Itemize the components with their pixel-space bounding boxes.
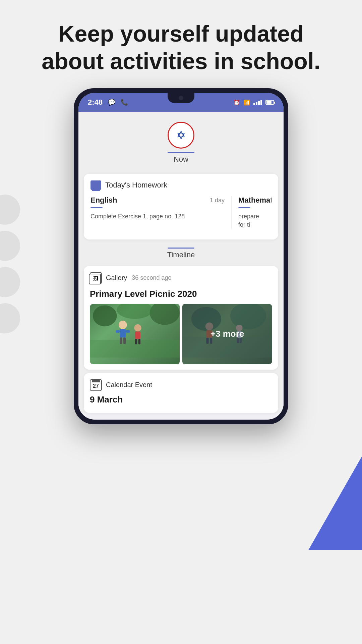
svg-point-10 — [134, 324, 141, 331]
timeline-tab-label: Timeline — [167, 251, 195, 261]
svg-rect-11 — [135, 331, 140, 339]
gallery-type: Gallery — [106, 274, 127, 282]
app-content: Now Today's Homework English 1 — [78, 112, 284, 413]
messages-icon: 💬 — [108, 99, 115, 106]
signal-bars — [253, 100, 262, 105]
english-underline — [90, 207, 103, 208]
calendar-event-date: 9 March — [90, 394, 272, 405]
decorative-triangle — [308, 456, 362, 550]
notch — [168, 93, 194, 103]
svg-point-4 — [119, 321, 127, 329]
gallery-icon: 🖼 — [90, 272, 102, 284]
english-desc: Complete Exercise 1, page no. 128 — [90, 213, 185, 220]
subject-math-header: Mathematic — [238, 196, 265, 205]
gallery-title: Primary Level Picnic 2020 — [90, 289, 272, 299]
now-tab-underline — [168, 152, 194, 153]
photo-grid: +3 more — [90, 304, 272, 364]
photo-1[interactable] — [90, 304, 180, 364]
whatsapp-icon: 📞 — [121, 99, 128, 106]
time-display: 2:48 — [88, 98, 103, 107]
logo-inner — [171, 125, 191, 145]
subject-math[interactable]: Mathematic prepare for ti — [231, 196, 272, 229]
battery-fill — [266, 101, 272, 104]
phone-screen: 2:48 💬 📞 ⏰ 📶 — [78, 93, 284, 419]
svg-rect-3 — [90, 340, 180, 358]
photo-overlay: +3 more — [182, 304, 272, 364]
homework-icon — [90, 180, 101, 190]
svg-point-0 — [93, 305, 117, 326]
alarm-icon: ⏰ — [233, 99, 240, 106]
headline-line2: about activities in school. — [42, 48, 320, 74]
subject-english-header: English 1 day — [90, 196, 225, 205]
homework-card-header: Today's Homework — [90, 180, 272, 190]
subject-english[interactable]: English 1 day Complete Exercise 1, page … — [90, 196, 231, 229]
school-logo — [168, 122, 194, 149]
star-of-david-icon — [174, 128, 188, 143]
headline-line1: Keep yourself updated — [58, 21, 304, 46]
math-name: Mathematic — [238, 196, 272, 205]
homework-card: Today's Homework English 1 day Complete … — [84, 174, 278, 239]
svg-rect-6 — [120, 337, 122, 344]
status-bar: 2:48 💬 📞 ⏰ 📶 — [78, 93, 284, 112]
english-days: 1 day — [210, 197, 225, 204]
calendar-event-type: Calendar Event — [106, 381, 152, 389]
gallery-meta: Gallery 36 second ago — [106, 274, 171, 282]
svg-rect-7 — [123, 337, 126, 344]
phone-frame: 2:48 💬 📞 ⏰ 📶 — [74, 88, 288, 424]
svg-rect-9 — [126, 330, 130, 332]
battery-icon — [265, 100, 274, 105]
wifi-icon: 📶 — [243, 99, 250, 106]
logo-circle — [168, 122, 194, 149]
svg-rect-5 — [120, 329, 126, 337]
logo-section: Now — [78, 112, 284, 169]
bar4 — [260, 100, 262, 105]
status-right: ⏰ 📶 — [233, 99, 274, 106]
calendar-card: 27 Calendar Event 9 March — [84, 373, 278, 413]
svg-point-2 — [117, 304, 153, 319]
calendar-card-header: 27 Calendar Event — [90, 379, 272, 391]
homework-title: Today's Homework — [105, 181, 167, 190]
bar1 — [253, 103, 255, 105]
phone-container: 2:48 💬 📞 ⏰ 📶 — [0, 88, 362, 424]
bar3 — [258, 101, 260, 105]
timeline-tab[interactable]: Timeline — [78, 244, 284, 263]
svg-rect-8 — [116, 330, 120, 332]
now-tab-label: Now — [174, 155, 188, 166]
subjects-row: English 1 day Complete Exercise 1, page … — [90, 196, 272, 229]
gallery-card-header: 🖼 Gallery 36 second ago — [90, 272, 272, 284]
camera — [179, 96, 183, 100]
more-count-label: +3 more — [210, 329, 244, 339]
svg-rect-13 — [138, 339, 140, 344]
timeline-tab-underline — [168, 248, 194, 249]
photo-2[interactable]: +3 more — [182, 304, 272, 364]
math-desc: prepare for ti — [238, 213, 259, 228]
calendar-day-number: 27 — [93, 383, 99, 389]
svg-rect-12 — [135, 339, 137, 344]
headline: Keep yourself updated about activities i… — [0, 0, 362, 88]
gallery-card: 🖼 Gallery 36 second ago Primary Level Pi… — [84, 266, 278, 370]
status-left: 2:48 💬 📞 — [88, 98, 128, 107]
bar2 — [256, 102, 257, 105]
gallery-time: 36 second ago — [132, 274, 171, 281]
calendar-icon: 27 — [90, 379, 102, 391]
math-underline — [238, 207, 250, 208]
now-tab[interactable]: Now — [168, 152, 194, 166]
english-name: English — [90, 196, 117, 205]
svg-point-1 — [150, 304, 180, 325]
